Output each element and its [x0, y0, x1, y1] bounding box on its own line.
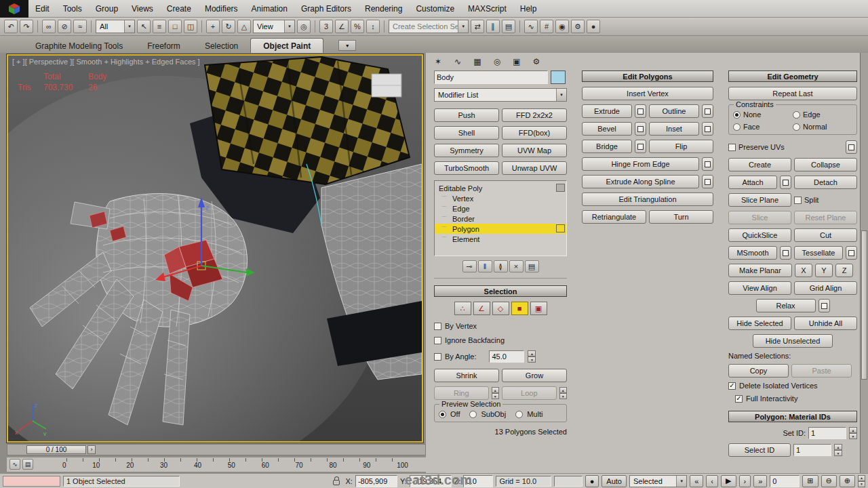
crossing-selection-icon[interactable]: ◫ — [184, 20, 197, 33]
object-color-swatch[interactable] — [551, 70, 566, 84]
constraint-edge-radio[interactable] — [793, 111, 800, 119]
key-filter-dropdown[interactable]: Selected — [629, 475, 687, 487]
constraint-face-radio[interactable] — [733, 123, 741, 131]
insert-vertex-button[interactable]: Insert Vertex — [582, 87, 713, 100]
select-id-spinner[interactable] — [834, 444, 842, 456]
hinge-settings-button[interactable] — [702, 157, 713, 171]
stack-root-row[interactable]: Editable Poly — [435, 183, 566, 193]
time-slider-handle[interactable]: 0 / 100 — [26, 445, 86, 454]
tessellate-settings-button[interactable] — [846, 246, 857, 260]
turn-button[interactable]: Turn — [649, 210, 713, 224]
align-icon[interactable]: ∥ — [486, 20, 500, 33]
planar-y-button[interactable]: Y — [815, 264, 833, 277]
material-ids-rollout-header[interactable]: Polygon: Material IDs — [728, 411, 857, 422]
constraint-normal-radio[interactable] — [793, 123, 800, 131]
preserve-uvs-checkbox[interactable] — [728, 144, 736, 151]
spinner-snap-icon[interactable]: ↕ — [366, 20, 380, 33]
select-and-manipulate-icon[interactable]: ◎ — [297, 20, 311, 33]
object-name-field[interactable] — [434, 70, 548, 84]
extrude-along-spline-button[interactable]: Extrude Along Spline — [582, 175, 699, 188]
extrude-settings-button[interactable] — [635, 104, 646, 118]
percent-snap-icon[interactable]: % — [351, 20, 364, 33]
undo-icon[interactable]: ↶ — [4, 20, 18, 33]
unwrap-uvw-button[interactable]: Unwrap UVW — [502, 161, 567, 175]
stack-item-border[interactable]: Border — [435, 214, 566, 224]
modifier-stack[interactable]: Editable Poly Vertex Edge Border Polygon… — [434, 180, 567, 256]
unlink-selection-icon[interactable]: ⊘ — [58, 20, 71, 33]
edit-geometry-rollout-header[interactable]: Edit Geometry — [728, 70, 857, 82]
angle-value-field[interactable] — [489, 350, 524, 363]
selection-filter-dropdown[interactable]: All — [96, 20, 135, 33]
select-id-field[interactable] — [793, 444, 831, 456]
hide-selected-button[interactable]: Hide Selected — [728, 317, 791, 330]
angle-snap-icon[interactable]: ∠ — [335, 20, 349, 33]
layer-manager-icon[interactable]: ▤ — [502, 20, 515, 33]
next-frame-arrow-icon[interactable]: › — [87, 445, 96, 454]
stack-root-toggle[interactable] — [556, 184, 565, 192]
hierarchy-tab-icon[interactable]: ▦ — [471, 56, 484, 68]
maxscript-mini-listener[interactable] — [3, 476, 60, 487]
chevron-down-icon[interactable] — [556, 89, 566, 101]
outline-settings-button[interactable] — [702, 104, 713, 118]
by-angle-checkbox[interactable] — [434, 353, 441, 361]
selection-lock-icon[interactable] — [330, 474, 342, 488]
stack-polygon-toggle[interactable] — [556, 224, 565, 232]
show-end-result-icon[interactable]: ‖ — [478, 260, 492, 272]
select-and-link-icon[interactable]: ∞ — [42, 20, 56, 33]
tab-object-paint[interactable]: Object Paint — [250, 38, 323, 53]
ffdbox-button[interactable]: FFD(box) — [502, 126, 567, 140]
bridge-settings-button[interactable] — [635, 140, 646, 153]
symmetry-button[interactable]: Symmetry — [434, 144, 499, 157]
redo-icon[interactable]: ↷ — [20, 20, 33, 33]
viewport-canvas[interactable]: z — [8, 56, 422, 441]
tab-selection[interactable]: Selection — [193, 39, 250, 53]
element-subobject-icon[interactable]: ▣ — [530, 302, 547, 315]
chevron-down-icon[interactable] — [284, 20, 294, 33]
polygon-subobject-icon[interactable]: ■ — [511, 302, 528, 315]
current-frame-field[interactable] — [770, 475, 800, 487]
extrude-along-spline-settings-button[interactable] — [702, 175, 713, 188]
reset-plane-button[interactable]: Reset Plane — [794, 211, 857, 224]
make-unique-icon[interactable]: ≬ — [494, 260, 508, 272]
ring-spinner[interactable] — [492, 387, 499, 399]
configure-modifier-sets-icon[interactable]: ▤ — [525, 260, 539, 272]
border-subobject-icon[interactable]: ◇ — [492, 302, 509, 315]
select-and-move-icon[interactable]: + — [206, 20, 220, 33]
attach-settings-button[interactable] — [780, 176, 791, 189]
planar-x-button[interactable]: X — [795, 264, 812, 277]
collapse-button[interactable]: Collapse — [794, 158, 857, 171]
viewport-label[interactable]: [ + ][ Perspective ][ Smooth + Highlight… — [12, 58, 200, 66]
vertex-subobject-icon[interactable]: ∴ — [454, 302, 471, 315]
relax-button[interactable]: Relax — [756, 299, 816, 312]
slice-plane-button[interactable]: Slice Plane — [728, 193, 791, 207]
named-selection-combo[interactable]: Create Selection Se — [389, 20, 469, 33]
stack-item-edge[interactable]: Edge — [435, 203, 566, 214]
hide-unselected-button[interactable]: Hide Unselected — [753, 334, 833, 348]
turbosmooth-button[interactable]: TurboSmooth — [434, 161, 499, 175]
menu-items[interactable]: EditToolsGroupViewsCreateModifiersAnimat… — [28, 0, 543, 18]
track-bar[interactable]: ∿ ▤ 0102030405060708090100 — [7, 457, 426, 472]
relax-settings-button[interactable] — [818, 299, 830, 312]
modifier-list-dropdown[interactable]: Modifier List — [434, 88, 567, 102]
repeat-last-button[interactable]: Repeat Last — [728, 87, 857, 100]
pin-stack-icon[interactable]: ⊸ — [462, 260, 477, 272]
bind-to-spacewarp-icon[interactable]: ≈ — [73, 20, 87, 33]
bevel-button[interactable]: Bevel — [582, 122, 632, 136]
material-editor-icon[interactable]: ◉ — [555, 20, 569, 33]
edit-polygons-rollout-header[interactable]: Edit Polygons — [582, 70, 713, 82]
split-checkbox[interactable] — [794, 197, 802, 204]
view-align-button[interactable]: View Align — [728, 281, 791, 295]
remove-modifier-icon[interactable]: × — [509, 260, 524, 272]
extrude-button[interactable]: Extrude — [582, 104, 632, 118]
motion-tab-icon[interactable]: ◎ — [490, 56, 504, 68]
msmooth-button[interactable]: MSmooth — [728, 246, 777, 260]
detach-button[interactable]: Detach — [794, 176, 857, 189]
set-id-spinner[interactable] — [849, 427, 857, 439]
zoom-in-time-icon[interactable]: ⊕ — [840, 475, 855, 487]
push-button[interactable]: Push — [434, 108, 499, 122]
angle-spinner[interactable] — [528, 350, 536, 363]
full-interactivity-checkbox[interactable] — [735, 395, 743, 403]
mini-curve-editor-icon[interactable]: ∿ — [9, 459, 20, 470]
paste-button[interactable]: Paste — [791, 364, 852, 378]
select-id-button[interactable]: Select ID — [728, 443, 791, 457]
